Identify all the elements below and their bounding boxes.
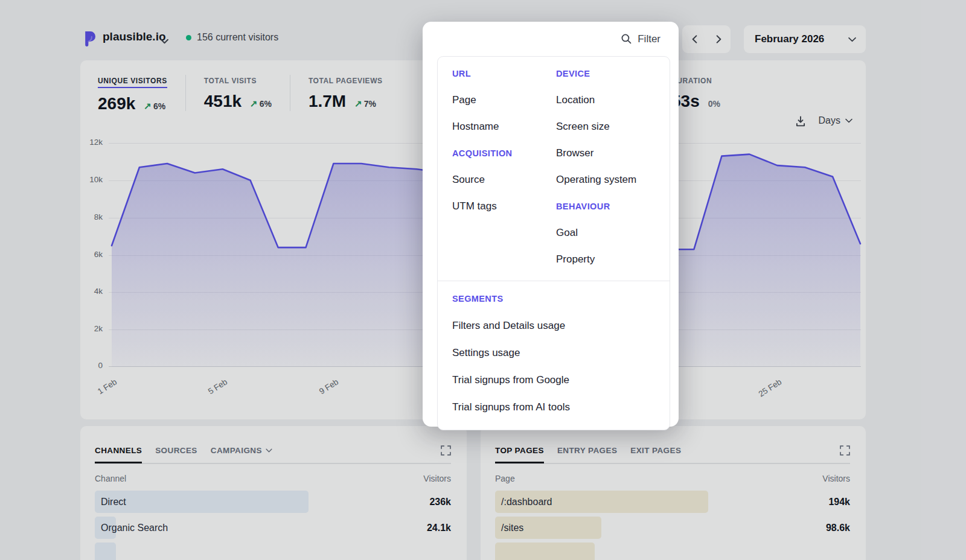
filter-item-property[interactable]: Property — [556, 250, 655, 269]
search-icon — [621, 33, 632, 45]
stat-change: 0% — [708, 99, 720, 109]
stat-total-pageviews[interactable]: TOTAL PAGEVIEWS 1.7M ↗7% — [290, 75, 401, 111]
plausible-logo-icon — [83, 30, 98, 49]
row-label[interactable]: /:dashboard — [501, 497, 552, 508]
stat-change: 6% — [153, 101, 165, 111]
table-header: Page Visitors — [495, 474, 850, 483]
stats-row: UNIQUE VISITORS 269k ↗6% TOTAL VISITS 45… — [98, 75, 401, 113]
current-visitors[interactable]: 156 current visitors — [186, 32, 278, 43]
filter-section-heading: DEVICE — [556, 65, 655, 83]
interval-select[interactable]: Days — [819, 115, 852, 126]
filter-section-heading: ACQUISITION — [452, 144, 556, 162]
prev-period-button[interactable] — [682, 25, 706, 53]
row-label[interactable]: Direct — [101, 497, 126, 508]
table-header: Channel Visitors — [95, 474, 451, 483]
column-page: Page — [495, 474, 515, 483]
row-label[interactable]: Organic Search — [101, 523, 168, 533]
filter-item-utm-tags[interactable]: UTM tags — [452, 197, 556, 215]
y-tick: 12k — [72, 138, 103, 147]
row-value: 236k — [429, 497, 451, 508]
filter-section-heading: URL — [452, 65, 556, 83]
filter-button[interactable]: Filter — [423, 22, 679, 56]
filter-column-right: DEVICE Location Screen size Browser Oper… — [556, 65, 655, 277]
row-bar — [495, 542, 595, 560]
row-value: 98.6k — [826, 523, 850, 533]
filter-item-hostname[interactable]: Hostname — [452, 118, 556, 136]
site-name[interactable]: plausible.io — [103, 30, 166, 43]
tab-campaigns-label: CAMPAIGNS — [211, 446, 262, 455]
stat-change: 7% — [364, 99, 376, 109]
table-row[interactable]: Direct 236k — [95, 489, 451, 515]
segment-item[interactable]: Settings usage — [452, 344, 655, 362]
table-row[interactable]: /sites 98.6k — [495, 515, 850, 541]
x-tick: 9 Feb — [305, 377, 340, 404]
tab-exit-pages[interactable]: EXIT PAGES — [630, 446, 681, 455]
y-tick: 4k — [72, 287, 103, 296]
segment-item[interactable]: Trial signups from AI tools — [452, 398, 655, 416]
row-bar — [95, 542, 116, 560]
plausible-dashboard: plausible.io 156 current visitors Februa… — [0, 0, 966, 560]
filter-section-heading: BEHAVIOUR — [556, 197, 655, 215]
export-download-icon[interactable] — [795, 115, 807, 127]
stat-value: 1.7M — [309, 92, 346, 111]
filter-item-screen-size[interactable]: Screen size — [556, 118, 655, 136]
filter-item-page[interactable]: Page — [452, 91, 556, 109]
tab-top-pages[interactable]: TOP PAGES — [495, 446, 544, 455]
table-row[interactable]: /:dashboard 194k — [495, 489, 850, 515]
stat-label: TOTAL PAGEVIEWS — [309, 77, 383, 85]
date-range-value: February 2026 — [755, 33, 824, 45]
filter-item-location[interactable]: Location — [556, 91, 655, 109]
chevron-down-icon — [848, 37, 856, 42]
stat-label: TOTAL VISITS — [204, 77, 257, 85]
trend-up-icon: ↗ — [250, 98, 258, 109]
y-tick: 8k — [72, 212, 103, 221]
site-switcher-chevron-down-icon[interactable] — [161, 36, 168, 46]
x-tick: 1 Feb — [84, 377, 118, 404]
fullscreen-icon[interactable] — [840, 445, 850, 456]
filter-item-source[interactable]: Source — [452, 171, 556, 189]
stat-value: 451k — [204, 92, 242, 111]
tab-sources[interactable]: SOURCES — [155, 446, 197, 455]
channels-tabs: CHANNELS SOURCES CAMPAIGNS — [95, 445, 451, 464]
segment-item[interactable]: Trial signups from Google — [452, 371, 655, 389]
filter-dropdown: Filter URL Page Hostname ACQUISITION Sou… — [423, 22, 679, 427]
fullscreen-icon[interactable] — [441, 445, 451, 456]
stat-unique-visitors[interactable]: UNIQUE VISITORS 269k ↗6% — [98, 75, 185, 113]
y-tick: 2k — [72, 324, 103, 333]
tab-entry-pages[interactable]: ENTRY PAGES — [557, 446, 617, 455]
y-tick: 0 — [72, 361, 103, 370]
period-arrows — [682, 25, 731, 53]
stat-total-visits[interactable]: TOTAL VISITS 451k ↗6% — [185, 75, 290, 111]
filter-item-browser[interactable]: Browser — [556, 144, 655, 162]
row-bar — [95, 491, 309, 513]
column-visitors: Visitors — [822, 474, 850, 483]
segments-section: SEGMENTS Filters and Details usage Setti… — [438, 281, 670, 430]
row-label[interactable]: /sites — [501, 523, 523, 533]
row-value: 24.1k — [427, 523, 451, 533]
stat-change: 6% — [260, 99, 272, 109]
y-tick: 10k — [72, 175, 103, 184]
filter-item-operating-system[interactable]: Operating system — [556, 171, 655, 189]
table-row[interactable]: Organic Search 24.1k — [95, 515, 451, 541]
x-tick: 5 Feb — [194, 377, 229, 404]
channels-card: CHANNELS SOURCES CAMPAIGNS Channel Visit… — [80, 426, 467, 560]
filter-menu: URL Page Hostname ACQUISITION Source UTM… — [437, 56, 670, 430]
segment-item[interactable]: Filters and Details usage — [452, 317, 655, 335]
stat-visit-duration[interactable]: DURATION 53s 0% — [671, 75, 720, 111]
y-tick: 6k — [72, 250, 103, 259]
pages-card: TOP PAGES ENTRY PAGES EXIT PAGES Page Vi… — [481, 426, 866, 560]
live-dot-icon — [186, 35, 191, 40]
row-value: 194k — [828, 497, 850, 508]
filter-item-goal[interactable]: Goal — [556, 224, 655, 242]
tab-campaigns[interactable]: CAMPAIGNS — [211, 446, 272, 455]
next-period-button[interactable] — [706, 25, 731, 53]
channels-table: Direct 236k Organic Search 24.1k — [95, 489, 451, 560]
date-range-select[interactable]: February 2026 — [744, 25, 866, 53]
pages-table: /:dashboard 194k /sites 98.6k — [495, 489, 850, 560]
pages-tabs: TOP PAGES ENTRY PAGES EXIT PAGES — [495, 445, 850, 464]
tab-channels[interactable]: CHANNELS — [95, 446, 142, 455]
interval-value: Days — [819, 115, 840, 126]
x-tick: 25 Feb — [749, 377, 783, 404]
trend-up-icon: ↗ — [144, 101, 152, 112]
table-row-partial — [95, 541, 451, 560]
